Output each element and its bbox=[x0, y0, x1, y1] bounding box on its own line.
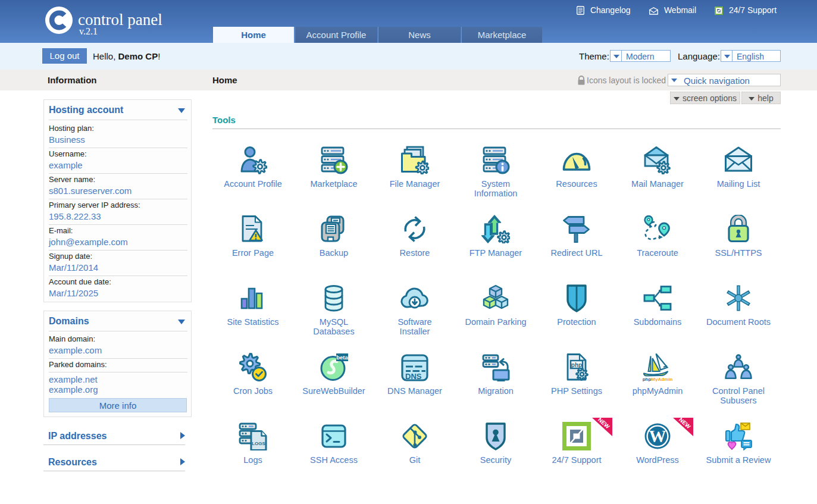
svg-text:phpMyAdmin: phpMyAdmin bbox=[643, 377, 673, 382]
svg-text:DNS: DNS bbox=[405, 372, 422, 381]
svg-text:W: W bbox=[649, 427, 666, 446]
svg-text:LOGS: LOGS bbox=[252, 441, 265, 446]
svg-text:beta: beta bbox=[336, 354, 348, 361]
svg-text:php: php bbox=[571, 362, 582, 368]
